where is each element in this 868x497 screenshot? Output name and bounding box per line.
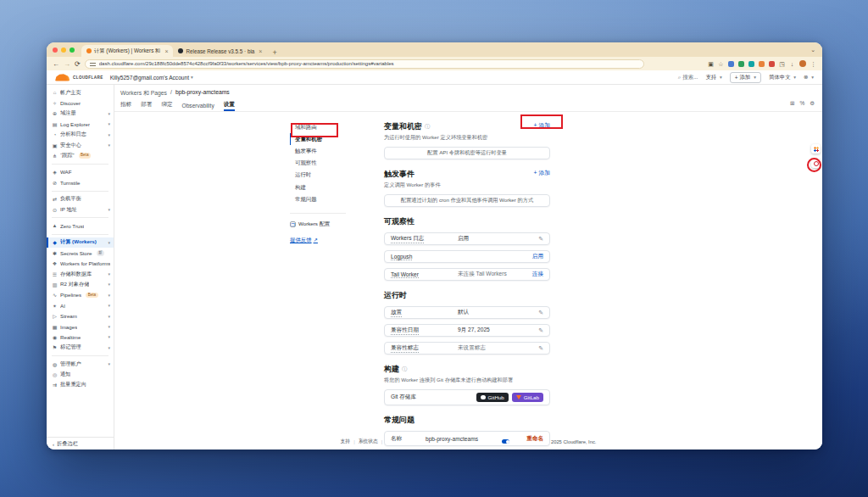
side-panel-icon[interactable]: ▣: [708, 61, 714, 67]
chevron-down-icon: ▾: [108, 142, 110, 148]
percent-icon[interactable]: %: [799, 100, 804, 107]
sidebar-item-ip-addresses[interactable]: ⊙IP 地址▾: [47, 204, 114, 215]
extensions-puzzle-icon[interactable]: ◳: [779, 61, 785, 67]
sidebar-item-r2[interactable]: ▥R2 对象存储▾: [47, 279, 114, 289]
sidebar-item-turnstile[interactable]: ⊘Turnstile: [47, 177, 114, 187]
connect-tail-worker-button[interactable]: 连接: [532, 271, 543, 278]
tab-deployments[interactable]: 部署: [141, 101, 152, 111]
tab-settings[interactable]: 设置: [224, 101, 235, 111]
tab-metrics[interactable]: 指标: [120, 101, 131, 111]
user-menu[interactable]: ⊚ ▾: [804, 74, 814, 81]
sidebar-item-notifications[interactable]: ◎通知: [47, 369, 114, 379]
tab-search-icon[interactable]: ⌄: [810, 47, 815, 53]
connect-github-button[interactable]: GitHub: [476, 393, 509, 402]
extension-teal-icon[interactable]: [748, 61, 754, 67]
sidebar-item-bulk-redirects[interactable]: ⇉批量重定向: [47, 380, 114, 390]
gear-icon[interactable]: ⚙: [810, 100, 815, 107]
language-menu[interactable]: 简体中文 ▾: [769, 74, 796, 81]
bookmark-icon[interactable]: ☆: [718, 61, 724, 67]
edit-icon[interactable]: ✎: [538, 236, 543, 243]
add-variable-button[interactable]: + 添加: [534, 121, 550, 130]
workers-config-link[interactable]: ❐ Workers 配置: [290, 221, 346, 228]
edit-icon[interactable]: ✎: [538, 345, 543, 352]
subnav-observability[interactable]: 可观察性: [290, 158, 346, 170]
sidebar-item-trace[interactable]: ⋔“跟踪”Beta: [47, 150, 114, 160]
connect-gitlab-button[interactable]: GitLab: [512, 393, 543, 402]
sidebar-item-workers-for-platforms[interactable]: ❖Workers for Platforms: [47, 258, 114, 268]
sidebar-item-zero-trust[interactable]: ▲Zero Trust: [47, 221, 114, 231]
tab-close-icon[interactable]: ×: [164, 48, 168, 54]
window-controls[interactable]: [53, 42, 75, 57]
header-search[interactable]: ⌕ 搜索...: [678, 74, 698, 81]
enable-logpush-button[interactable]: 启用: [532, 253, 543, 260]
breadcrumb-parent[interactable]: Workers 和 Pages: [120, 89, 167, 98]
sidebar-item-ai[interactable]: ✴AI▾: [47, 300, 114, 310]
triggers-empty-state[interactable]: 配置通过计划的 cron 作业和其他事件调用 Worker 的方式: [384, 194, 550, 207]
cloudflare-logo-icon[interactable]: [55, 74, 70, 81]
sidebar-item-storage-databases[interactable]: ☰存储和数据库▾: [47, 269, 114, 279]
new-tab-button[interactable]: +: [272, 48, 276, 57]
tab-bindings[interactable]: 绑定: [161, 101, 172, 111]
extension-blue-icon[interactable]: [728, 61, 734, 67]
downloads-icon[interactable]: ↓: [789, 61, 795, 67]
support-menu[interactable]: 支持 ▾: [705, 74, 721, 81]
footer-link-status[interactable]: 系统状态: [359, 438, 378, 445]
sidebar-item-domain-registration[interactable]: ⊕域注册▾: [47, 109, 114, 119]
subnav-build[interactable]: 构建: [290, 181, 346, 193]
sidebar-item-security-center[interactable]: ▣安全中心▾: [47, 140, 114, 150]
row-value: 启用: [458, 235, 469, 243]
sidebar-item-realtime[interactable]: ◉Realtime▾: [47, 332, 114, 342]
add-trigger-button[interactable]: + 添加: [534, 169, 550, 177]
sidebar-item-analytics-logs[interactable]: ◔分析和日志▾: [47, 130, 114, 140]
sidebar-item-load-balancing[interactable]: ⇄负载平衡: [47, 194, 114, 204]
sidebar-item-secrets-store[interactable]: ✱Secrets Store新: [47, 248, 114, 258]
tab-observability[interactable]: Observability: [182, 103, 214, 111]
sidebar-item-workers[interactable]: ◆计算 (Workers)▾: [47, 237, 114, 248]
sidebar-item-tag-management[interactable]: ⚑标记管理▾: [47, 343, 114, 353]
tab-close-icon[interactable]: ×: [259, 48, 262, 54]
subnav-general[interactable]: 常规问题: [290, 193, 346, 205]
waf-icon: ◈: [52, 169, 58, 175]
profile-avatar[interactable]: [799, 60, 806, 67]
variables-empty-state[interactable]: 配置 API 令牌和机密等运行时变量: [384, 147, 550, 159]
sidebar-item-log-explorer[interactable]: ▤Log Explorer▾: [47, 119, 114, 129]
subnav-runtime[interactable]: 运行时: [290, 170, 346, 181]
forward-button[interactable]: →: [64, 60, 70, 68]
collapse-sidebar-button[interactable]: ‹ 折叠边栏: [47, 437, 114, 450]
minimize-window-button[interactable]: [61, 47, 66, 53]
account-switcher[interactable]: Killy5257@gmail.com's Account: [110, 75, 189, 81]
sidebar-item-pipelines[interactable]: ∿PipelinesBeta▾: [47, 290, 114, 300]
close-window-button[interactable]: [53, 47, 58, 53]
grid-icon[interactable]: ⊞: [790, 100, 794, 107]
rename-button[interactable]: 重命名: [526, 435, 543, 443]
whats-new-widget-icon[interactable]: [811, 144, 821, 154]
reload-button[interactable]: ⟳: [75, 60, 81, 68]
extension-green-icon[interactable]: [738, 61, 744, 67]
back-button[interactable]: ←: [53, 60, 59, 68]
subnav-triggers[interactable]: 触发事件: [290, 145, 346, 157]
footer-link-support[interactable]: 支持: [341, 438, 351, 445]
edit-icon[interactable]: ✎: [538, 310, 543, 316]
add-menu-button[interactable]: +添加 ▾: [730, 72, 761, 83]
load-balancer-icon: ⇄: [52, 196, 58, 202]
sidebar-item-images[interactable]: ▦Images▾: [47, 321, 114, 332]
feedback-link[interactable]: 提供反馈 ↗: [290, 237, 346, 244]
subnav-domains-routes[interactable]: 域和路由: [290, 121, 346, 133]
address-bar[interactable]: dash.cloudflare.com/29c188fc50dde8574c42…: [85, 59, 644, 69]
maximize-window-button[interactable]: [70, 47, 75, 53]
sidebar-item-stream[interactable]: ▷Stream▾: [47, 310, 114, 321]
extension-red-icon[interactable]: [769, 61, 775, 67]
section-title: 可观察性: [384, 216, 550, 227]
sidebar-item-account-home[interactable]: ⌂帐户主页: [47, 87, 114, 98]
browser-tab-active[interactable]: 计算 (Workers) | Workers 和 ×: [81, 45, 173, 57]
sidebar-item-discover[interactable]: ✧Discover: [47, 98, 114, 108]
extension-orange-icon[interactable]: [759, 61, 765, 67]
subnav-variables-secrets[interactable]: 变量和机密: [290, 133, 346, 145]
site-settings-icon[interactable]: [90, 62, 96, 66]
help-widget-icon[interactable]: [811, 159, 821, 168]
browser-menu-icon[interactable]: ⋮: [810, 61, 816, 67]
browser-tab-2[interactable]: Release Release v3.5.5 · bia ×: [173, 45, 267, 57]
edit-icon[interactable]: ✎: [538, 327, 543, 334]
sidebar-item-manage-account[interactable]: ◍管理帐户▾: [47, 359, 114, 369]
sidebar-item-waf[interactable]: ◈WAF: [47, 167, 114, 177]
